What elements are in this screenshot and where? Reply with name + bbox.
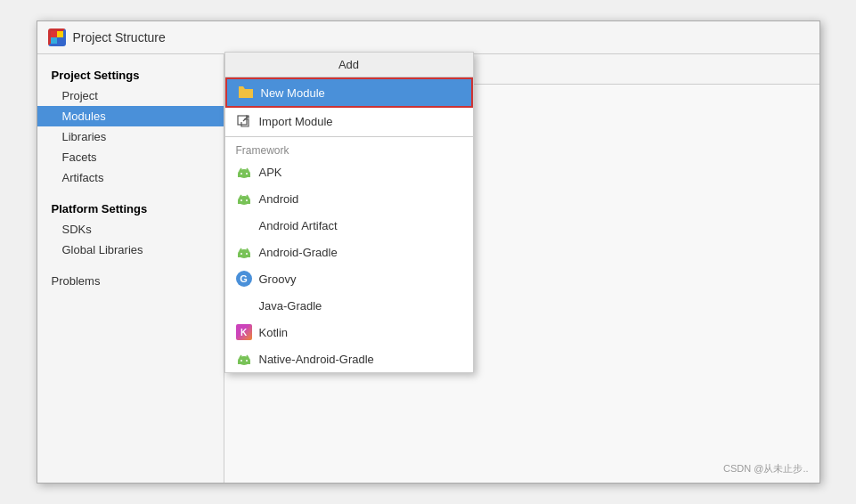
project-structure-window: Project Structure Project Settings Proje…	[37, 20, 820, 484]
window-title: Project Structure	[73, 30, 166, 45]
dropdown-item-import-module[interactable]: Import Module	[225, 108, 473, 134]
sidebar-item-problems[interactable]: Problems	[37, 267, 224, 291]
new-module-label: New Module	[261, 86, 325, 100]
dropdown-item-native-android-gradle[interactable]: Native-Android-Gradle	[225, 345, 473, 372]
sidebar-item-sdks[interactable]: SDKs	[37, 219, 224, 240]
dropdown-item-java-gradle[interactable]: Java-Gradle	[225, 292, 473, 319]
svg-rect-22	[238, 254, 250, 257]
dropdown-item-android[interactable]: Android	[225, 185, 473, 212]
native-android-gradle-label: Native-Android-Gradle	[259, 353, 374, 366]
svg-marker-6	[239, 86, 253, 98]
sidebar-divider	[37, 188, 224, 195]
add-dropdown: Add New Module	[224, 54, 474, 373]
dropdown-header: Add	[225, 54, 473, 77]
android-icon-gradle	[236, 244, 252, 260]
project-settings-header: Project Settings	[37, 61, 224, 85]
no-icon-android-artifact	[236, 217, 252, 233]
android-icon-apk	[236, 164, 252, 180]
sidebar-divider-2	[37, 260, 224, 267]
svg-rect-16	[238, 200, 250, 204]
svg-point-24	[246, 253, 248, 255]
svg-point-17	[240, 199, 242, 201]
svg-point-23	[240, 253, 242, 255]
app-icon	[48, 28, 66, 46]
android-gradle-label: Android-Gradle	[259, 246, 338, 259]
android-artifact-label: Android Artifact	[259, 219, 338, 232]
folder-icon	[238, 85, 254, 101]
sidebar-item-global-libraries[interactable]: Global Libraries	[37, 240, 224, 260]
groovy-icon: G	[236, 271, 252, 287]
import-icon	[236, 113, 252, 129]
dropdown-item-groovy[interactable]: G Groovy	[225, 265, 473, 292]
kotlin-label: Kotlin	[259, 326, 289, 339]
svg-point-11	[240, 173, 242, 175]
svg-point-12	[246, 173, 248, 175]
sidebar-item-artifacts[interactable]: Artifacts	[37, 167, 224, 188]
java-gradle-label: Java-Gradle	[259, 299, 322, 313]
svg-point-18	[246, 199, 248, 201]
svg-rect-3	[57, 31, 63, 37]
title-bar: Project Structure	[37, 21, 819, 54]
sidebar-item-project[interactable]: Project	[37, 85, 224, 106]
svg-rect-0	[51, 31, 57, 37]
platform-settings-header: Platform Settings	[37, 195, 224, 219]
svg-rect-28	[238, 361, 250, 364]
framework-label: Framework	[225, 139, 473, 159]
dropdown-divider	[225, 136, 473, 137]
dropdown-item-kotlin[interactable]: K Kotlin	[225, 319, 473, 345]
svg-rect-1	[57, 37, 63, 44]
svg-point-29	[240, 360, 242, 362]
svg-rect-10	[238, 174, 250, 177]
apk-label: APK	[259, 166, 282, 179]
svg-line-8	[243, 116, 249, 121]
main-content: Project Settings Project Modules Librari…	[37, 54, 819, 483]
import-module-label: Import Module	[259, 115, 333, 128]
no-icon-java-gradle	[236, 297, 252, 313]
sidebar-item-facets[interactable]: Facets	[37, 147, 224, 167]
sidebar-item-libraries[interactable]: Libraries	[37, 126, 224, 147]
watermark: CSDN @从未止步..	[723, 462, 809, 476]
dropdown-item-apk[interactable]: APK	[225, 159, 473, 185]
dropdown-item-android-artifact[interactable]: Android Artifact	[225, 212, 473, 239]
sidebar-item-modules[interactable]: Modules	[37, 106, 224, 126]
android-icon-android	[236, 191, 252, 207]
groovy-label: Groovy	[259, 272, 297, 286]
svg-rect-7	[238, 116, 247, 125]
dropdown-item-android-gradle[interactable]: Android-Gradle	[225, 239, 473, 265]
dropdown-item-new-module[interactable]: New Module	[225, 77, 473, 108]
android-label: Android	[259, 192, 299, 206]
android-icon-native	[236, 351, 252, 367]
svg-rect-2	[51, 37, 57, 44]
sidebar: Project Settings Project Modules Librari…	[37, 54, 224, 483]
svg-point-30	[246, 360, 248, 362]
kotlin-icon: K	[236, 324, 252, 340]
